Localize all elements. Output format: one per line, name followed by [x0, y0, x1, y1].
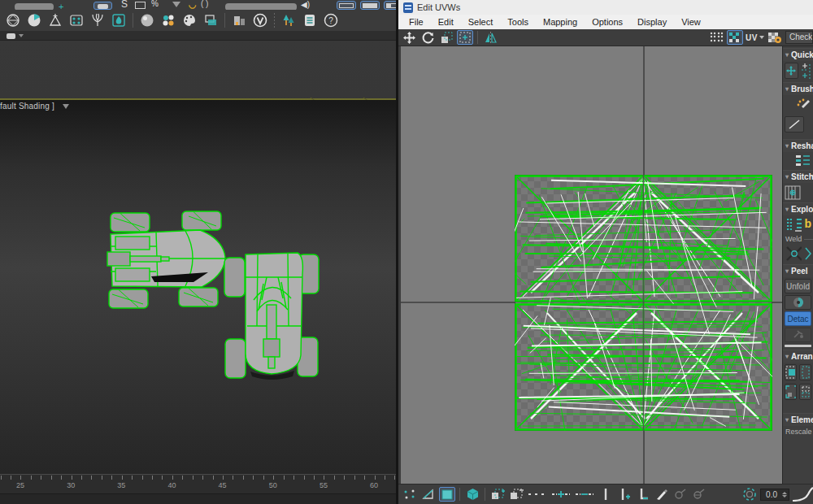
- edge-ring-shrink-icon[interactable]: [574, 487, 595, 502]
- plant-icon[interactable]: [88, 11, 107, 29]
- vray-icon[interactable]: [250, 11, 270, 29]
- quick-move-button[interactable]: [785, 63, 798, 79]
- section-quick-transform[interactable]: ▾Quick: [783, 48, 813, 61]
- layout-button-1[interactable]: [337, 1, 356, 10]
- asset-building-icon[interactable]: [229, 11, 249, 29]
- weld-selected-button[interactable]: [785, 245, 802, 263]
- palette-icon[interactable]: [180, 11, 199, 29]
- paint-select-icon[interactable]: [654, 487, 670, 502]
- ruler-tick: [81, 476, 82, 480]
- particle-dots-icon[interactable]: [159, 11, 178, 29]
- geosphere-icon[interactable]: [3, 11, 23, 29]
- menu-file[interactable]: File: [402, 15, 431, 29]
- layout-button-3[interactable]: [384, 1, 398, 10]
- section-brush[interactable]: ▾Brush: [783, 82, 813, 95]
- mirror-tool-icon[interactable]: [482, 30, 498, 45]
- reshape-icons[interactable]: [795, 154, 811, 168]
- soft-selection-spinner[interactable]: 0.0: [760, 489, 789, 501]
- menu-options[interactable]: Options: [585, 15, 630, 29]
- move-tool-icon[interactable]: [401, 30, 417, 45]
- active-tool-button[interactable]: [93, 2, 112, 10]
- pack-custom-button[interactable]: [785, 384, 797, 400]
- falloff-curve-icon[interactable]: [792, 487, 813, 502]
- timeline-ruler[interactable]: 2530354045505560: [0, 474, 398, 493]
- scale-tool-icon[interactable]: [438, 30, 454, 45]
- relax-brush-button[interactable]: [785, 116, 804, 133]
- environment-flame-icon[interactable]: [109, 11, 128, 29]
- weld-target-button[interactable]: [804, 245, 811, 263]
- track-bar[interactable]: [0, 493, 398, 504]
- viewport-tab-icon[interactable]: [7, 33, 15, 39]
- section-peel[interactable]: ▾Peel: [783, 264, 813, 277]
- break-icon-2[interactable]: [794, 217, 802, 233]
- material-sphere-icon[interactable]: [137, 11, 157, 29]
- slice-sphere-icon[interactable]: [24, 11, 44, 29]
- loop-shrink-icon[interactable]: [635, 487, 651, 502]
- unfold-button[interactable]: Unfold: [785, 279, 811, 293]
- edge-loop-icon[interactable]: [598, 487, 614, 502]
- rearrange-button[interactable]: [799, 384, 811, 400]
- panel-scrollbar[interactable]: [785, 345, 811, 347]
- viewport-tab-strip: [0, 31, 398, 41]
- help-icon[interactable]: ?: [321, 11, 341, 29]
- grow-selection-icon[interactable]: [489, 487, 506, 502]
- rescale-option-label[interactable]: Rescale: [783, 426, 813, 437]
- menu-display[interactable]: Display: [630, 15, 674, 29]
- shrink-selection-icon[interactable]: [508, 487, 524, 502]
- pin-button-disabled[interactable]: [785, 328, 811, 342]
- menu-edit[interactable]: Edit: [431, 15, 461, 29]
- layer-icon[interactable]: [201, 11, 220, 29]
- menu-view[interactable]: View: [674, 15, 708, 29]
- pelt-button[interactable]: [785, 295, 811, 310]
- show-map-toggle[interactable]: [727, 30, 743, 45]
- checker-settings-icon[interactable]: [767, 30, 783, 45]
- element-mode-icon[interactable]: [464, 487, 480, 502]
- spinner-up-icon[interactable]: [782, 492, 787, 494]
- forest-icon[interactable]: [279, 11, 298, 29]
- stitch-icon-button[interactable]: [785, 185, 802, 201]
- edge-ring-icon[interactable]: [527, 487, 548, 502]
- section-arrange[interactable]: ▾Arran: [783, 350, 813, 363]
- soft-selection-value[interactable]: 0.0: [761, 490, 782, 499]
- viewport-shading-label[interactable]: fault Shading ]: [0, 102, 69, 111]
- pack-together-button[interactable]: [799, 364, 811, 380]
- viewport-tab-caret-icon[interactable]: [19, 34, 24, 37]
- loop-grow-icon[interactable]: [616, 487, 633, 502]
- paint-brush-shrink-icon[interactable]: [691, 487, 707, 502]
- uv-editor-canvas[interactable]: [401, 46, 782, 484]
- section-reshape[interactable]: ▾Resha: [783, 139, 813, 152]
- section-explode[interactable]: ▾Explo: [783, 202, 813, 215]
- ruler-tick: [41, 476, 41, 480]
- edge-ring-grow-icon[interactable]: [550, 487, 572, 502]
- menu-tools[interactable]: Tools: [500, 15, 536, 29]
- paint-brush-grow-icon[interactable]: [672, 487, 689, 502]
- soft-selection-icon[interactable]: [741, 487, 758, 502]
- menu-mapping[interactable]: Mapping: [536, 15, 585, 29]
- align-icons[interactable]: [801, 63, 811, 80]
- section-stitch[interactable]: ▾Stitch: [783, 170, 813, 183]
- pack-normalize-button[interactable]: [785, 364, 797, 380]
- layout-button-2[interactable]: [360, 1, 380, 10]
- ruler-tick: [122, 476, 123, 480]
- schematic-view-icon[interactable]: [67, 11, 86, 29]
- camera-pyramid-icon[interactable]: [46, 11, 65, 29]
- detach-edge-button[interactable]: Detac: [785, 311, 811, 326]
- script-doc-icon[interactable]: [300, 11, 320, 29]
- uv-space-dropdown[interactable]: UV: [746, 33, 764, 42]
- menu-select[interactable]: Select: [461, 15, 501, 29]
- edit-uvws-titlebar[interactable]: Edit UVWs: [398, 0, 813, 15]
- tile-dots-icon[interactable]: [708, 30, 724, 45]
- move-brush-button[interactable]: [795, 97, 811, 113]
- break-icon[interactable]: [785, 217, 792, 233]
- rotate-tool-icon[interactable]: [420, 30, 436, 45]
- vertex-mode-icon[interactable]: [402, 487, 418, 502]
- edge-mode-icon[interactable]: [420, 487, 437, 502]
- freeform-mode-button[interactable]: [457, 30, 473, 45]
- texture-dropdown[interactable]: Checke: [785, 31, 813, 44]
- section-element-properties[interactable]: ▾Eleme: [783, 413, 813, 426]
- spinner-down-icon[interactable]: [782, 495, 787, 497]
- filter-funnel-icon[interactable]: [63, 104, 69, 109]
- perspective-viewport[interactable]: fault Shading ]: [0, 41, 398, 474]
- face-mode-button[interactable]: [439, 487, 455, 502]
- dropdown-arrow-icon[interactable]: [172, 2, 180, 7]
